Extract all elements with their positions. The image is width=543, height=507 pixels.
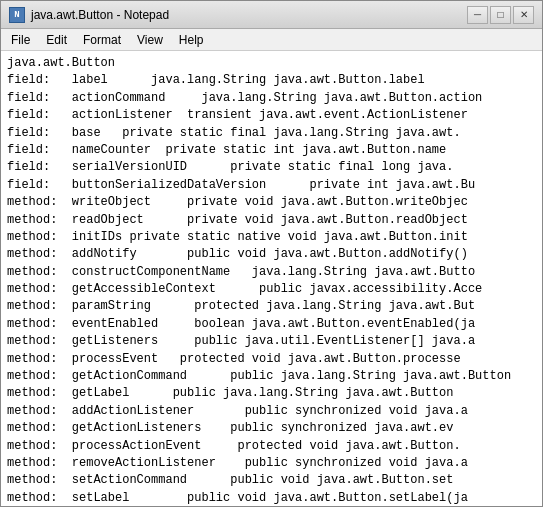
menu-help[interactable]: Help [173,31,210,49]
menu-bar: File Edit Format View Help [1,29,542,51]
title-bar: N java.awt.Button - Notepad ─ □ ✕ [1,1,542,29]
maximize-button[interactable]: □ [490,6,511,24]
menu-format[interactable]: Format [77,31,127,49]
main-window: N java.awt.Button - Notepad ─ □ ✕ File E… [0,0,543,507]
text-editor[interactable]: java.awt.Button field: label java.lang.S… [1,51,542,506]
close-button[interactable]: ✕ [513,6,534,24]
menu-file[interactable]: File [5,31,36,49]
menu-edit[interactable]: Edit [40,31,73,49]
title-bar-left: N java.awt.Button - Notepad [9,7,169,23]
minimize-button[interactable]: ─ [467,6,488,24]
app-icon: N [9,7,25,23]
menu-view[interactable]: View [131,31,169,49]
app-icon-label: N [14,10,19,20]
title-buttons: ─ □ ✕ [467,6,534,24]
content-area: java.awt.Button field: label java.lang.S… [1,51,542,506]
window-title: java.awt.Button - Notepad [31,8,169,22]
